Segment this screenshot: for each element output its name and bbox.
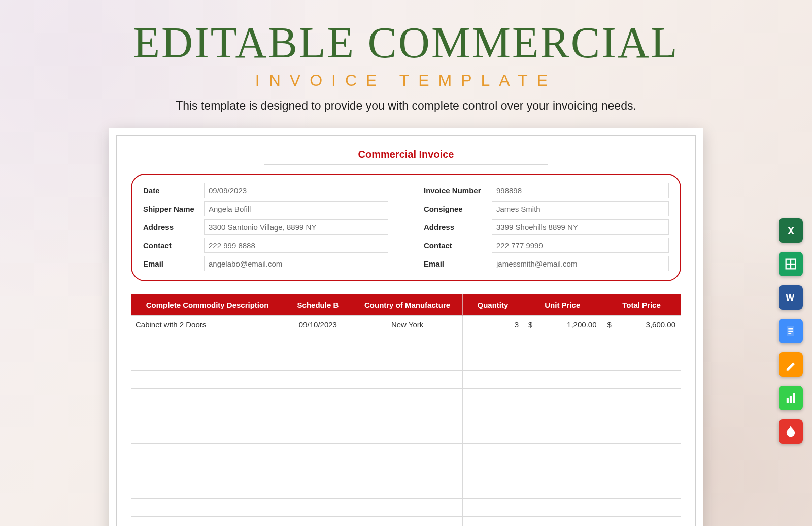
- hero-tagline: This template is designed to provide you…: [0, 99, 812, 113]
- table-row[interactable]: [131, 444, 681, 462]
- pages-icon[interactable]: [779, 352, 803, 377]
- table-row[interactable]: [131, 499, 681, 517]
- cell-description[interactable]: Cabinet with 2 Doors: [131, 316, 284, 334]
- table-row[interactable]: [131, 389, 681, 407]
- line-items-table: Complete Commodity Description Schedule …: [131, 294, 681, 526]
- th-description: Complete Commodity Description: [131, 294, 284, 316]
- pdf-icon[interactable]: [779, 419, 803, 444]
- table-row[interactable]: [131, 334, 681, 352]
- cell-schedule[interactable]: 09/10/2023: [284, 316, 352, 334]
- consignee-column: Invoice Number 998898 Consignee James Sm…: [424, 183, 669, 271]
- sheets-icon[interactable]: [779, 252, 803, 276]
- cell-quantity[interactable]: 3: [462, 316, 523, 334]
- label-shipper-name: Shipper Name: [143, 205, 204, 213]
- th-quantity: Quantity: [462, 294, 523, 316]
- format-icon-rail: [779, 218, 803, 444]
- label-consignee-email: Email: [424, 259, 492, 268]
- input-invoice-number[interactable]: 998898: [492, 183, 669, 198]
- label-shipper-contact: Contact: [143, 241, 204, 250]
- invoice-info-box: Date 09/09/2023 Shipper Name Angela Bofi…: [131, 174, 681, 281]
- cell-unit-price[interactable]: $1,200.00: [523, 316, 602, 334]
- th-total-price: Total Price: [602, 294, 681, 316]
- cell-country[interactable]: New York: [352, 316, 463, 334]
- table-row[interactable]: [131, 480, 681, 499]
- label-consignee-address: Address: [424, 223, 492, 232]
- table-row[interactable]: [131, 462, 681, 480]
- svg-rect-9: [793, 393, 795, 403]
- label-invoice-number: Invoice Number: [424, 186, 492, 195]
- cell-total-price[interactable]: $3,600.00: [602, 316, 681, 334]
- table-row[interactable]: Cabinet with 2 Doors09/10/2023New York3$…: [131, 316, 681, 334]
- th-country: Country of Manufacture: [352, 294, 463, 316]
- numbers-icon[interactable]: [779, 386, 803, 410]
- label-date: Date: [143, 186, 204, 195]
- label-shipper-email: Email: [143, 259, 204, 268]
- input-consignee-email[interactable]: jamessmith@email.com: [492, 256, 669, 271]
- hero: EDITABLE COMMERCIAL INVOICE TEMPLATE Thi…: [0, 0, 812, 113]
- input-shipper-name[interactable]: Angela Bofill: [204, 201, 388, 216]
- document-inner: Commercial Invoice Date 09/09/2023 Shipp…: [116, 135, 696, 526]
- excel-icon[interactable]: [779, 218, 803, 243]
- input-date[interactable]: 09/09/2023: [204, 183, 388, 198]
- word-icon[interactable]: [779, 285, 803, 310]
- table-row[interactable]: [131, 517, 681, 527]
- hero-title: EDITABLE COMMERCIAL: [0, 17, 812, 68]
- label-consignee: Consignee: [424, 205, 492, 213]
- th-unit-price: Unit Price: [523, 294, 602, 316]
- table-row[interactable]: [131, 352, 681, 371]
- table-row[interactable]: [131, 425, 681, 444]
- invoice-title: Commercial Invoice: [264, 145, 548, 165]
- th-schedule: Schedule B: [284, 294, 352, 316]
- svg-rect-8: [790, 396, 792, 403]
- label-shipper-address: Address: [143, 223, 204, 232]
- label-consignee-contact: Contact: [424, 241, 492, 250]
- shipper-column: Date 09/09/2023 Shipper Name Angela Bofi…: [143, 183, 388, 271]
- input-shipper-email[interactable]: angelabo@email.com: [204, 256, 388, 271]
- table-header-row: Complete Commodity Description Schedule …: [131, 294, 681, 316]
- table-row[interactable]: [131, 407, 681, 425]
- document-card: Commercial Invoice Date 09/09/2023 Shipp…: [109, 128, 703, 526]
- docs-icon[interactable]: [779, 319, 803, 343]
- input-consignee-address[interactable]: 3399 Shoehills 8899 NY: [492, 219, 669, 235]
- hero-subtitle: INVOICE TEMPLATE: [0, 71, 812, 90]
- input-consignee-contact[interactable]: 222 777 9999: [492, 238, 669, 253]
- input-shipper-address[interactable]: 3300 Santonio Village, 8899 NY: [204, 219, 388, 235]
- input-consignee[interactable]: James Smith: [492, 201, 669, 216]
- svg-rect-7: [787, 398, 789, 403]
- table-row[interactable]: [131, 371, 681, 389]
- input-shipper-contact[interactable]: 222 999 8888: [204, 238, 388, 253]
